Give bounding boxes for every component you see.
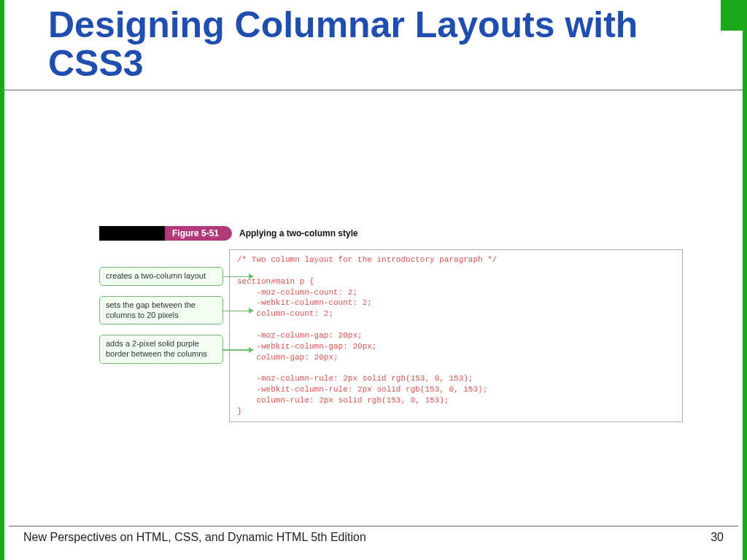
callout-text: adds a 2-pixel solid purple border betwe…: [106, 339, 207, 358]
footer: New Perspectives on HTML, CSS, and Dynam…: [9, 526, 738, 544]
footer-book-title: New Perspectives on HTML, CSS, and Dynam…: [23, 531, 366, 544]
page-title: Designing Columnar Layouts with CSS3: [4, 0, 743, 90]
arrow-icon: [222, 276, 253, 278]
callout-column-rule: adds a 2-pixel solid purple border betwe…: [99, 335, 223, 364]
footer-page-number: 30: [711, 531, 724, 544]
callout-column-count: creates a two-column layout: [99, 267, 223, 286]
figure-body: creates a two-column layout sets the gap…: [99, 249, 683, 422]
callout-column-gap: sets the gap between the columns to 20 p…: [99, 296, 223, 325]
callout-text: sets the gap between the columns to 20 p…: [106, 300, 196, 319]
arrow-icon: [222, 349, 253, 351]
arrow-icon: [222, 311, 253, 312]
figure-block: Figure 5-51 Applying a two-column style …: [99, 226, 683, 422]
slide: Designing Columnar Layouts with CSS3 Fig…: [0, 0, 747, 560]
figure-caption: Applying a two-column style: [232, 226, 365, 241]
code-sample: /* Two column layout for the introductor…: [229, 249, 683, 422]
callout-column: creates a two-column layout sets the gap…: [99, 249, 223, 364]
figure-label-bar: [99, 226, 165, 241]
callout-text: creates a two-column layout: [106, 271, 206, 280]
figure-label-row: Figure 5-51 Applying a two-column style: [99, 226, 683, 241]
figure-number: Figure 5-51: [165, 226, 232, 241]
accent-bar: [721, 0, 743, 31]
